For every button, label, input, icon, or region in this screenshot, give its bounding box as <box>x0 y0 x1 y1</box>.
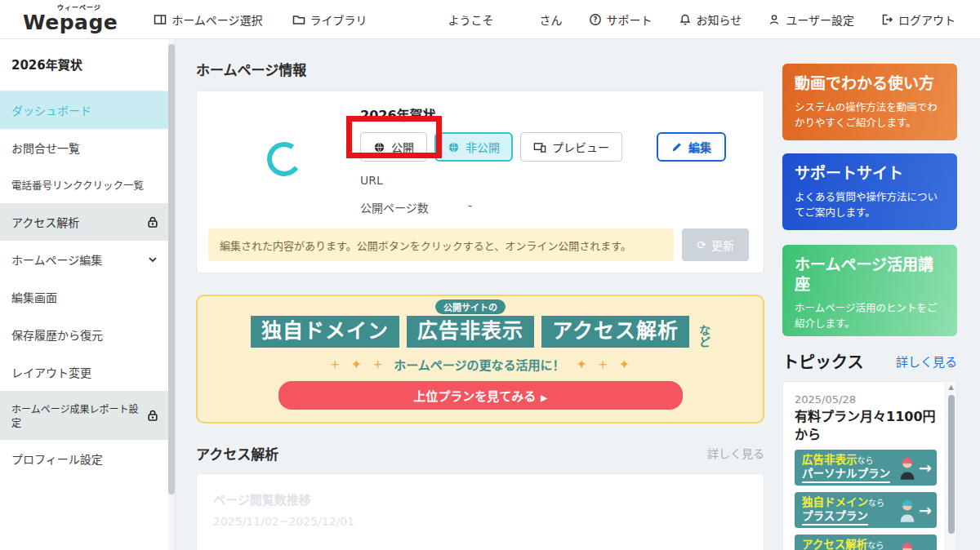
chevron-down-icon <box>146 253 159 266</box>
topics-scrollbar-thumb[interactable] <box>948 395 955 534</box>
stat-yoy-comparison: 前年とのアクセス比較 0件 <box>579 548 747 550</box>
sparkle-icon: ✦ <box>576 357 586 372</box>
topic-date: 2025/05/28 <box>795 393 937 406</box>
globe-icon <box>448 141 460 153</box>
sidebar-item-inquiries[interactable]: お問合せ一覧 <box>0 129 169 166</box>
sidebar-item-access-analytics[interactable]: アクセス解析 <box>0 203 169 241</box>
unpublish-button[interactable]: 非公開 <box>434 132 513 162</box>
sidebar-scrollbar-thumb[interactable] <box>168 44 175 495</box>
sidebar-item-phone-clicks[interactable]: 電話番号リンククリック一覧 <box>0 166 169 203</box>
character-illustration <box>898 540 917 550</box>
feature-etc: など <box>698 325 710 348</box>
topics-more-link[interactable]: 詳しく見る <box>896 353 957 370</box>
devices-icon <box>533 141 546 153</box>
sidebar-scrollbar[interactable] <box>168 39 175 550</box>
update-button[interactable]: ⟳ 更新 <box>682 228 749 261</box>
banner-suffix: なら <box>867 541 884 550</box>
nav-label: ホームページ選択 <box>172 11 262 28</box>
chart-title: ページ閲覧数推移 <box>213 490 747 508</box>
plan-banner-domain[interactable]: 独自ドメインなら プラスプラン → <box>795 492 937 528</box>
bell-icon <box>679 13 692 26</box>
banner-keyword: 独自ドメイン <box>802 495 868 508</box>
sidebar-item-dashboard[interactable]: ダッシュボード <box>0 91 169 129</box>
topic-headline: 有料プラン月々1100円から <box>795 408 937 443</box>
sidebar-item-restore-history[interactable]: 保存履歴から復元 <box>0 316 169 353</box>
update-label: 更新 <box>711 237 734 253</box>
nav-label: サポート <box>607 11 653 28</box>
svg-text:?: ? <box>593 16 597 24</box>
card-title: 動画でわかる使い方 <box>795 74 945 94</box>
character-illustration <box>898 455 917 480</box>
card-desc: システムの操作方法を動画でわかりやすくご紹介します。 <box>795 100 945 131</box>
nav-label: ログアウト <box>898 11 956 28</box>
welcome-text: ようこそ さん <box>448 11 563 28</box>
question-circle-icon: ? <box>589 13 602 26</box>
topics-scrollbar[interactable]: ▲ <box>945 382 956 550</box>
sidebar-item-profile-settings[interactable]: プロフィール設定 <box>0 440 169 477</box>
nav-library[interactable]: ライブラリ <box>292 11 368 28</box>
sidebar-item-layout-change[interactable]: レイアウト変更 <box>0 353 169 391</box>
navbar-left-menu: ホームページ選択 ライブラリ <box>154 11 367 28</box>
lock-icon <box>146 215 159 228</box>
folder-icon <box>292 13 305 26</box>
welcome-suffix: さん <box>540 11 563 28</box>
analytics-card: ページ閲覧数推移 2025/11/02~2025/12/01 直近1ヶ月間 0件… <box>196 473 764 550</box>
sidebar-item-report-settings[interactable]: ホームページ成果レポート設定 <box>0 391 169 440</box>
sidebar-item-homepage-edit[interactable]: ホームページ編集 <box>0 241 169 278</box>
card-desc: よくある質問や操作方法についてご案内します。 <box>795 189 945 221</box>
arrow-right-icon: → <box>919 543 932 550</box>
preview-button[interactable]: プレビュー <box>520 132 622 162</box>
nav-notifications[interactable]: お知らせ <box>679 11 742 28</box>
play-icon: ▶ <box>541 393 547 402</box>
stat-label: 前年同期間 <box>396 548 564 550</box>
top-navbar: ウィーページ Wepage ホームページ選択 ライブラリ ようこそ さん ? サ… <box>0 0 980 39</box>
nav-logout[interactable]: ログアウト <box>880 11 956 28</box>
refresh-icon: ⟳ <box>697 238 706 251</box>
site-name: 2026年賀状 <box>360 104 749 124</box>
upgrade-promo-banner[interactable]: 独自ドメイン 公開サイトの 広告非表示 アクセス解析 など ＋ ✦ ＋ ホームペ… <box>196 295 764 424</box>
homepage-select-icon <box>154 13 167 26</box>
sidebar-item-edit-screen[interactable]: 編集画面 <box>0 278 169 316</box>
welcome-label: ようこそ <box>448 11 494 28</box>
chart-date-range: 2025/11/02~2025/12/01 <box>213 515 747 528</box>
feature-access-analytics: アクセス解析 <box>541 316 689 348</box>
sidebar-item-label: アクセス解析 <box>11 214 79 230</box>
wepage-logo[interactable]: ウィーページ Wepage <box>23 6 118 33</box>
feature-ad-free: 広告非表示 <box>407 316 534 348</box>
pencil-icon <box>671 141 683 153</box>
analytics-more-link[interactable]: 詳しく見る <box>707 445 764 461</box>
plan-banner-adfree[interactable]: 広告非表示なら パーソナルプラン → <box>795 450 937 486</box>
sidebar-item-label: 電話番号リンククリック一覧 <box>11 177 144 193</box>
sparkle-icon: ✦ <box>619 357 630 372</box>
nav-support[interactable]: ? サポート <box>589 11 653 28</box>
lock-icon <box>146 409 159 422</box>
arrow-right-icon: → <box>919 501 932 519</box>
nav-user-settings[interactable]: ユーザー設定 <box>768 11 854 28</box>
published-pages-label: 公開ページ数 <box>360 199 468 215</box>
banner-suffix: なら <box>858 456 874 465</box>
published-pages-value: - <box>468 199 472 215</box>
url-label: URL <box>360 174 468 187</box>
unpublish-label: 非公開 <box>466 139 500 155</box>
banner-keyword: アクセス解析 <box>802 538 867 550</box>
sidebar-item-label: 編集画面 <box>11 289 57 305</box>
homepage-course-card[interactable]: ホームページ活用講座 ホームページ活用のヒントをご紹介します。 <box>782 245 957 336</box>
publish-button[interactable]: 公開 <box>360 132 427 162</box>
view-upper-plans-button[interactable]: 上位プランを見てみる▶ <box>278 381 683 410</box>
card-title: ホームページ活用講座 <box>795 255 945 295</box>
edit-button[interactable]: 編集 <box>657 132 726 162</box>
navbar-right-menu: ようこそ さん ? サポート お知らせ ユーザー設定 ログアウト <box>448 11 956 28</box>
card-desc: ホームページ活用のヒントをご紹介します。 <box>795 300 945 332</box>
stat-label: 前年とのアクセス比較 <box>579 548 747 550</box>
nav-homepage-select[interactable]: ホームページ選択 <box>154 11 262 28</box>
logo-furigana: ウィーページ <box>57 2 101 11</box>
right-sidebar: 動画でわかる使い方 システムの操作方法を動画でわかりやすくご紹介します。 サポー… <box>782 39 980 550</box>
sidebar-item-label: ホームページ成果レポート設定 <box>11 401 146 429</box>
loading-spinner <box>265 140 305 180</box>
scroll-up-icon[interactable]: ▲ <box>946 382 956 393</box>
edit-label: 編集 <box>688 139 711 155</box>
plan-banner-analytics[interactable]: アクセス解析なら プラスプラン → <box>795 534 937 550</box>
video-guide-card[interactable]: 動画でわかる使い方 システムの操作方法を動画でわかりやすくご紹介します。 <box>782 64 957 140</box>
support-site-card[interactable]: サポートサイト よくある質問や操作方法についてご案内します。 <box>782 153 957 230</box>
left-sidebar: 2026年賀状 ダッシュボード お問合せ一覧 電話番号リンククリック一覧 アクセ… <box>0 39 176 550</box>
